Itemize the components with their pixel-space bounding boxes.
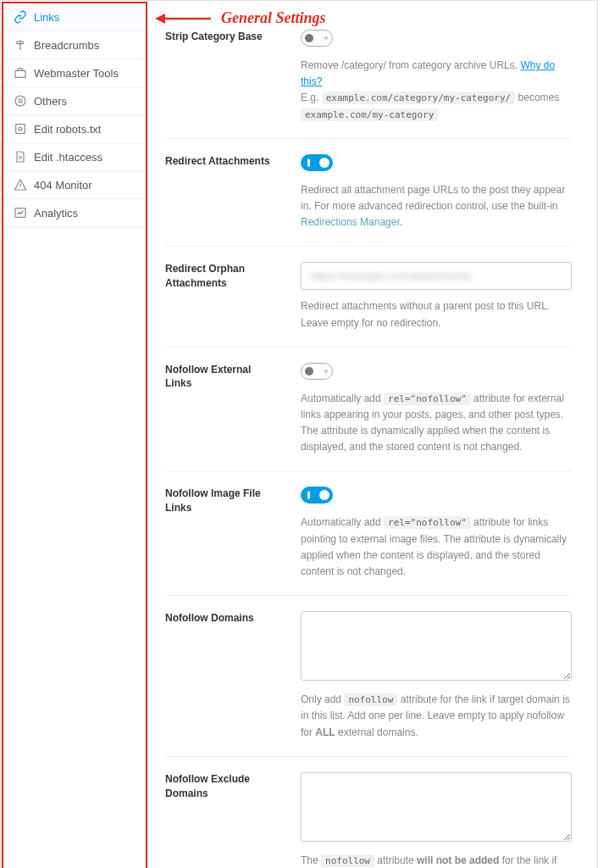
setting-strip-category-base: Strip Category Base Remove /category/ fr… xyxy=(165,14,572,139)
setting-label: Nofollow External Links xyxy=(165,363,275,456)
setting-label: Redirect Attachments xyxy=(165,154,275,231)
warning-icon xyxy=(14,178,27,192)
setting-desc: Redirect all attachment page URLs to the… xyxy=(301,182,572,231)
file-text-icon xyxy=(14,150,27,164)
setting-desc: Redirect attachments without a parent po… xyxy=(301,298,572,331)
list-icon xyxy=(14,94,27,108)
toggle-nofollow-external[interactable] xyxy=(301,363,333,380)
toolbox-icon xyxy=(14,66,27,80)
toggle-redirect-attachments[interactable] xyxy=(301,154,333,171)
toggle-nofollow-image[interactable] xyxy=(301,487,333,504)
sidebar-item-label: Edit .htaccess xyxy=(34,151,102,164)
sidebar-item-label: Webmaster Tools xyxy=(34,67,119,80)
setting-desc: Automatically add rel="nofollow" attribu… xyxy=(301,391,572,456)
setting-redirect-orphan: Redirect Orphan Attachments https://exam… xyxy=(165,247,572,347)
setting-desc: Automatically add rel="nofollow" attribu… xyxy=(301,515,572,580)
sidebar-item-analytics[interactable]: Analytics xyxy=(3,199,146,227)
setting-desc: Remove /category/ from category archive … xyxy=(301,58,572,123)
sidebar-item-edit-robots[interactable]: Edit robots.txt xyxy=(3,115,146,143)
setting-nofollow-exclude: Nofollow Exclude Domains The nofollow at… xyxy=(165,757,572,868)
signpost-icon xyxy=(14,38,27,52)
redirect-orphan-input[interactable]: https://example.com/attachments xyxy=(301,262,572,290)
sidebar-item-label: 404 Monitor xyxy=(34,179,92,192)
toggle-strip-category-base[interactable] xyxy=(301,30,333,47)
setting-nofollow-domains: Nofollow Domains Only add nofollow attri… xyxy=(165,596,572,757)
redirections-manager-link[interactable]: Redirections Manager xyxy=(301,216,400,228)
setting-label: Nofollow Exclude Domains xyxy=(165,772,275,868)
sidebar-item-edit-htaccess[interactable]: Edit .htaccess xyxy=(3,143,146,171)
settings-panel: Links Breadcrumbs Webmaster Tools Others… xyxy=(0,0,598,868)
sidebar-item-label: Others xyxy=(34,95,67,108)
setting-label: Nofollow Image File Links xyxy=(165,487,275,580)
sidebar-item-others[interactable]: Others xyxy=(3,87,146,115)
analytics-icon xyxy=(14,206,27,220)
svg-rect-0 xyxy=(15,70,25,77)
svg-point-3 xyxy=(19,127,22,131)
svg-rect-2 xyxy=(16,125,25,134)
sidebar-item-label: Breadcrumbs xyxy=(34,39,99,52)
sidebar-item-webmaster-tools[interactable]: Webmaster Tools xyxy=(3,59,146,87)
setting-label: Nofollow Domains xyxy=(165,611,275,741)
sidebar-item-label: Links xyxy=(34,11,59,24)
setting-redirect-attachments: Redirect Attachments Redirect all attach… xyxy=(165,139,572,248)
setting-desc: Only add nofollow attribute for the link… xyxy=(301,692,572,741)
sidebar-item-label: Edit robots.txt xyxy=(34,123,101,136)
setting-desc: The nofollow attribute will not be added… xyxy=(301,853,572,868)
nofollow-domains-textarea[interactable] xyxy=(301,611,572,681)
setting-label: Strip Category Base xyxy=(165,30,275,123)
setting-nofollow-external: Nofollow External Links Automatically ad… xyxy=(165,348,572,472)
settings-main: General Settings Strip Category Base Rem… xyxy=(148,1,597,868)
sidebar-item-label: Analytics xyxy=(34,207,78,220)
sidebar-item-breadcrumbs[interactable]: Breadcrumbs xyxy=(3,31,146,59)
setting-label: Redirect Orphan Attachments xyxy=(165,262,275,331)
setting-nofollow-image: Nofollow Image File Links Automatically … xyxy=(165,471,572,596)
nofollow-exclude-textarea[interactable] xyxy=(301,772,572,842)
robot-file-icon xyxy=(14,122,27,136)
sidebar-item-links[interactable]: Links xyxy=(3,3,146,31)
sidebar-item-404-monitor[interactable]: 404 Monitor xyxy=(3,171,146,199)
link-icon xyxy=(14,10,27,24)
svg-marker-6 xyxy=(155,14,165,24)
settings-sidebar: Links Breadcrumbs Webmaster Tools Others… xyxy=(2,2,147,868)
